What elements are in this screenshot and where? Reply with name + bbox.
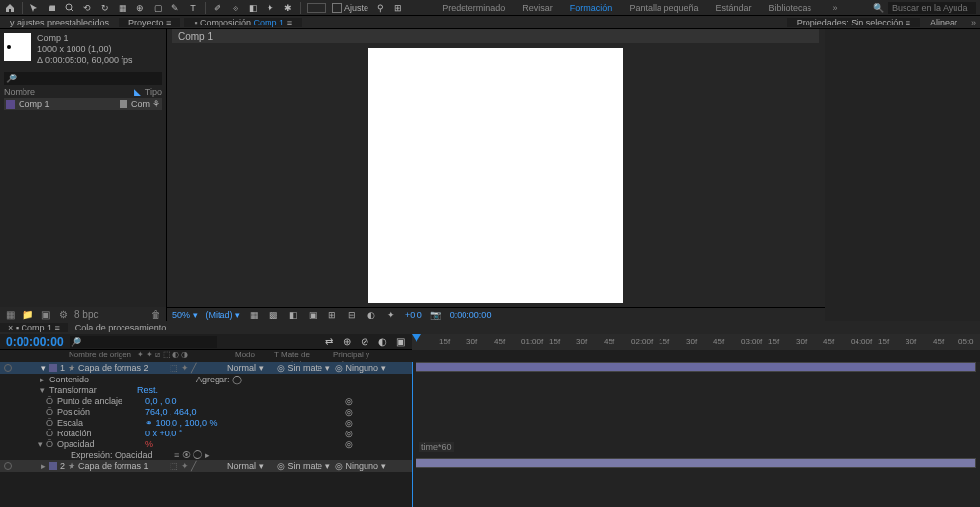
snap-grid-icon[interactable]: ⊞	[392, 2, 404, 14]
pen-tool-icon[interactable]: ✎	[170, 2, 181, 14]
puppet-tool-icon[interactable]: ✱	[282, 2, 294, 14]
shape-tool-icon[interactable]: ▢	[152, 2, 164, 14]
brush-tool-icon[interactable]: ✐	[212, 2, 223, 14]
new-folder-icon[interactable]: 📁	[22, 308, 33, 320]
position-prop[interactable]: Posición	[57, 407, 145, 417]
blend-mode-dropdown[interactable]: Normal ▾	[227, 363, 274, 373]
col-name[interactable]: Nombre	[4, 87, 35, 97]
trash-icon[interactable]: 🗑	[150, 308, 162, 320]
type-tool-icon[interactable]: T	[187, 2, 199, 14]
zoom-tool-icon[interactable]	[64, 2, 75, 14]
anchor-point-prop[interactable]: Punto de anclaje	[57, 396, 145, 406]
tl-tool2-icon[interactable]: ⊕	[341, 336, 353, 348]
layer-row-2[interactable]: ▸ 2 ★ Capa de formas 1 ⬚ ✦ ╱ Normal ▾ ◎ …	[0, 460, 412, 472]
align-panel-tab[interactable]: Alinear	[920, 18, 967, 27]
contents-group[interactable]: Contenido	[49, 375, 137, 384]
exposure-value[interactable]: +0,0	[405, 310, 422, 320]
presets-panel-tab[interactable]: y ajustes preestablecidos	[0, 18, 119, 27]
reset-exp-icon[interactable]: ✦	[385, 309, 397, 321]
workspace-review[interactable]: Revisar	[522, 3, 553, 13]
workspace-more-icon[interactable]: »	[829, 2, 841, 14]
visibility-toggle-icon[interactable]	[4, 462, 12, 470]
guides-icon[interactable]: ⊟	[346, 309, 358, 321]
anchor-point-value[interactable]: 0,0 , 0,0	[145, 396, 177, 406]
tracks-area[interactable]: time*60	[412, 362, 980, 507]
bpc-label[interactable]: 8 bpc	[74, 309, 98, 320]
tl-tool3-icon[interactable]: ⊘	[359, 336, 370, 348]
current-timecode[interactable]: 0:00:00:00	[6, 335, 64, 349]
viewer-timecode[interactable]: 0:00:00:00	[450, 310, 492, 320]
project-settings-icon[interactable]: ⚙	[57, 308, 69, 320]
layer-color-icon[interactable]	[49, 364, 57, 372]
clone-tool-icon[interactable]: ⟐	[229, 2, 241, 14]
snapshot-icon[interactable]: 📷	[430, 309, 442, 321]
col-tag-icon[interactable]: ◣	[134, 87, 141, 97]
tl-tool1-icon[interactable]: ⇄	[323, 336, 335, 348]
expression-tools[interactable]: ≡ ⦿ ◯ ▸	[174, 450, 210, 460]
transform-group[interactable]: Transformar	[49, 385, 137, 395]
canvas-area[interactable]	[167, 43, 825, 307]
layer-color-icon[interactable]	[49, 462, 57, 470]
fill-stroke-icon[interactable]	[307, 3, 326, 13]
project-search-input[interactable]	[4, 72, 162, 85]
hand-tool-icon[interactable]	[46, 2, 58, 14]
fast-preview-icon[interactable]: ▦	[248, 309, 260, 321]
layer-row-1[interactable]: ▾ 1 ★ Capa de formas 2 ⬚ ✦ ╱ Normal ▾ ◎ …	[0, 362, 412, 374]
mask-icon[interactable]: ◧	[287, 309, 299, 321]
rotation-value[interactable]: 0 x +0,0 °	[145, 429, 182, 438]
add-button[interactable]: Agregar: ◯	[196, 375, 242, 384]
camera-tool-icon[interactable]: ▦	[117, 2, 128, 14]
transparency-icon[interactable]: ▩	[268, 309, 279, 321]
timeline-tab-comp1[interactable]: × ▪ Comp 1 ≡	[0, 323, 68, 332]
scale-value[interactable]: ⚭ 100,0 , 100,0 %	[145, 418, 218, 428]
blend-mode-dropdown[interactable]: Normal ▾	[227, 461, 274, 471]
orbit-tool-icon[interactable]: ⟲	[81, 2, 93, 14]
grid-icon[interactable]: ⊞	[326, 309, 338, 321]
rotate-tool-icon[interactable]: ↻	[99, 2, 111, 14]
rotation-prop[interactable]: Rotación	[57, 429, 145, 438]
opacity-value[interactable]: %	[145, 439, 153, 449]
time-ruler[interactable]: 15f 30f 45f 01:00f 15f 30f 45f 02:00f 15…	[412, 334, 980, 350]
eraser-tool-icon[interactable]: ◧	[247, 2, 259, 14]
snap-options-icon[interactable]: ⚲	[374, 2, 386, 14]
zoom-dropdown[interactable]: 50% ▾	[172, 310, 198, 320]
opacity-prop[interactable]: Opacidad	[57, 439, 145, 449]
workspace-learn[interactable]: Formación	[570, 3, 612, 13]
timeline-tab-render-queue[interactable]: Cola de procesamiento	[68, 323, 174, 332]
panel-more-icon[interactable]: »	[967, 18, 980, 27]
col-track[interactable]: T Mate de seguimi	[274, 350, 333, 362]
comp-thumbnail[interactable]	[4, 33, 31, 61]
timeline-search-input[interactable]	[70, 336, 217, 348]
col-origin[interactable]: Nombre de origen	[0, 350, 137, 362]
composition-canvas[interactable]	[368, 48, 623, 303]
anchor-tool-icon[interactable]: ⊕	[134, 2, 146, 14]
selection-tool-icon[interactable]	[28, 2, 40, 14]
col-parent[interactable]: Principal y enlace	[333, 350, 392, 362]
viewer-layer-tab[interactable]: Comp 1	[172, 29, 819, 43]
new-comp-icon[interactable]: ▣	[39, 308, 51, 320]
roto-tool-icon[interactable]: ✦	[265, 2, 276, 14]
channel-icon[interactable]: ◐	[366, 309, 377, 321]
properties-panel-tab[interactable]: Propiedades: Sin selección ≡	[787, 18, 920, 27]
visibility-toggle-icon[interactable]	[4, 364, 12, 372]
reset-link[interactable]: Rest.	[137, 385, 158, 395]
parent-dropdown[interactable]: ◎ Ninguno ▾	[335, 363, 386, 373]
project-item-comp1[interactable]: Comp 1 Com ⚘	[4, 98, 162, 110]
workspace-small[interactable]: Pantalla pequeña	[629, 3, 698, 13]
scale-prop[interactable]: Escala	[57, 418, 145, 428]
col-type[interactable]: Tipo	[145, 87, 162, 97]
track-matte-dropdown[interactable]: ◎ Sin mate ▾	[277, 363, 332, 373]
snap-checkbox[interactable]: Ajuste	[332, 3, 368, 13]
region-icon[interactable]: ▣	[307, 309, 318, 321]
interpret-icon[interactable]: ▦	[4, 308, 16, 320]
expression-text[interactable]: time*60	[419, 442, 454, 452]
resolution-dropdown[interactable]: (Mitad) ▾	[206, 310, 241, 320]
workspace-default[interactable]: Predeterminado	[442, 3, 505, 13]
help-search-input[interactable]	[888, 2, 976, 14]
tl-tool4-icon[interactable]: ◐	[376, 336, 388, 348]
playhead-line[interactable]	[412, 362, 413, 507]
track-matte-dropdown[interactable]: ◎ Sin mate ▾	[277, 461, 332, 471]
home-icon[interactable]	[4, 2, 16, 14]
layer-bar-2[interactable]	[416, 458, 976, 468]
layer-bar-1[interactable]	[416, 362, 976, 372]
